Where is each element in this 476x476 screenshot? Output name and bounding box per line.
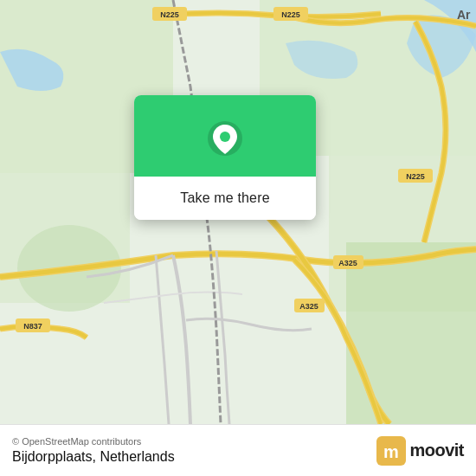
location-name: Bijdorpplaats, Netherlands: [12, 449, 175, 465]
svg-text:Ar: Ar: [457, 8, 471, 22]
svg-text:A325: A325: [299, 302, 318, 311]
svg-text:N225: N225: [406, 172, 425, 181]
popup-header: [134, 95, 316, 177]
moovit-brand-icon: m: [376, 436, 406, 466]
svg-text:m: m: [384, 442, 400, 461]
svg-text:N837: N837: [23, 322, 42, 331]
svg-rect-6: [346, 242, 476, 424]
map-container: N225 N225 N225 A325 A325 N837 Ar Take me…: [0, 0, 476, 424]
moovit-brand-text: moovit: [409, 441, 464, 460]
bottom-bar: © OpenStreetMap contributors Bijdorpplaa…: [0, 424, 476, 476]
svg-text:N225: N225: [281, 10, 300, 19]
svg-text:N225: N225: [160, 10, 179, 19]
bottom-left: © OpenStreetMap contributors Bijdorpplaa…: [12, 436, 175, 465]
svg-text:A325: A325: [338, 259, 357, 267]
location-pin-icon: [206, 119, 244, 158]
moovit-logo: m moovit: [376, 436, 464, 466]
take-me-there-button[interactable]: Take me there: [134, 177, 316, 220]
svg-point-21: [220, 132, 230, 142]
location-popup: Take me there: [134, 95, 316, 220]
osm-credit: © OpenStreetMap contributors: [12, 436, 175, 447]
